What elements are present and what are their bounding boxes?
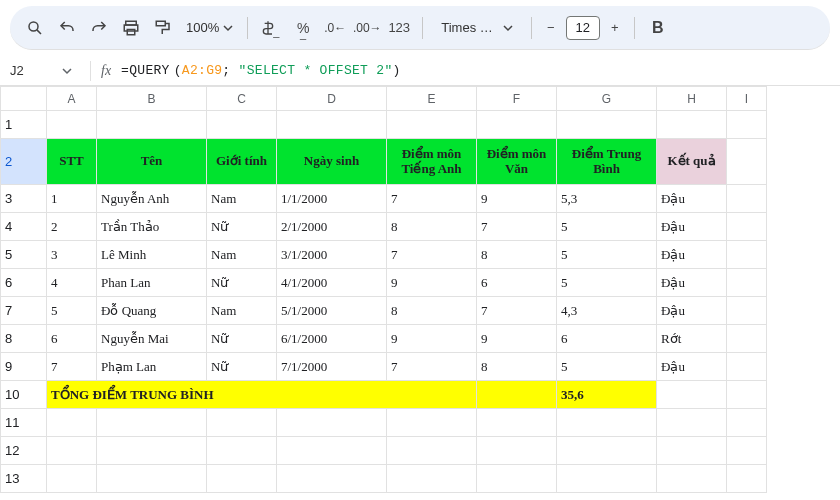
cell[interactable]: [657, 381, 727, 409]
column-header[interactable]: E: [387, 87, 477, 111]
print-button[interactable]: [116, 13, 146, 43]
cell[interactable]: [277, 437, 387, 465]
cell[interactable]: Nữ: [207, 213, 277, 241]
cell[interactable]: Nữ: [207, 325, 277, 353]
percent-button[interactable]: %_: [288, 13, 318, 43]
increase-decimal-button[interactable]: .00→: [352, 13, 382, 43]
zoom-dropdown[interactable]: 100%: [180, 20, 239, 35]
cell[interactable]: [477, 111, 557, 139]
cell[interactable]: 9: [477, 325, 557, 353]
cell[interactable]: [387, 111, 477, 139]
cell[interactable]: Trần Thảo: [97, 213, 207, 241]
cell[interactable]: 5: [557, 269, 657, 297]
cell[interactable]: 7/1/2000: [277, 353, 387, 381]
cell[interactable]: 7: [477, 297, 557, 325]
search-icon[interactable]: [20, 13, 50, 43]
cell[interactable]: Đậu: [657, 241, 727, 269]
cell[interactable]: [657, 437, 727, 465]
cell[interactable]: [387, 409, 477, 437]
column-header[interactable]: F: [477, 87, 557, 111]
cell[interactable]: Lê Minh: [97, 241, 207, 269]
redo-button[interactable]: [84, 13, 114, 43]
row-header[interactable]: 6: [1, 269, 47, 297]
cell[interactable]: [727, 111, 767, 139]
cell[interactable]: [277, 465, 387, 493]
name-box[interactable]: J2: [10, 63, 80, 78]
spreadsheet-grid[interactable]: ABCDEFGHI12STTTênGiới tínhNgày sinhĐiểm …: [0, 86, 840, 493]
row-header[interactable]: 7: [1, 297, 47, 325]
formula-input[interactable]: =QUERY(A2:G9; "SELECT * OFFSET 2"): [121, 63, 401, 78]
cell[interactable]: 5,3: [557, 185, 657, 213]
row-header[interactable]: 10: [1, 381, 47, 409]
cell[interactable]: 4/1/2000: [277, 269, 387, 297]
row-header[interactable]: 4: [1, 213, 47, 241]
cell[interactable]: [727, 381, 767, 409]
cell[interactable]: 7: [387, 185, 477, 213]
cell[interactable]: [727, 297, 767, 325]
cell[interactable]: [97, 465, 207, 493]
cell[interactable]: 5: [557, 241, 657, 269]
bold-button[interactable]: B: [643, 13, 673, 43]
cell[interactable]: [207, 465, 277, 493]
font-size-input[interactable]: 12: [566, 16, 600, 40]
cell[interactable]: [657, 409, 727, 437]
cell[interactable]: [207, 437, 277, 465]
cell[interactable]: Nguyễn Mai: [97, 325, 207, 353]
cell[interactable]: [97, 437, 207, 465]
cell[interactable]: [727, 139, 767, 185]
cell[interactable]: [727, 437, 767, 465]
cell[interactable]: 3: [47, 241, 97, 269]
cell[interactable]: 7: [387, 353, 477, 381]
row-header[interactable]: 1: [1, 111, 47, 139]
cell[interactable]: [47, 111, 97, 139]
cell[interactable]: Nam: [207, 241, 277, 269]
column-header[interactable]: A: [47, 87, 97, 111]
cell[interactable]: 8: [387, 213, 477, 241]
cell[interactable]: [727, 353, 767, 381]
cell[interactable]: [657, 111, 727, 139]
cell[interactable]: 9: [477, 185, 557, 213]
cell[interactable]: 7: [477, 213, 557, 241]
cell[interactable]: 6: [477, 269, 557, 297]
cell[interactable]: Nam: [207, 297, 277, 325]
cell[interactable]: 6: [47, 325, 97, 353]
cell[interactable]: Kết quả: [657, 139, 727, 185]
cell[interactable]: 9: [387, 325, 477, 353]
cell[interactable]: Nữ: [207, 269, 277, 297]
cell[interactable]: Nguyễn Anh: [97, 185, 207, 213]
cell[interactable]: 6: [557, 325, 657, 353]
cell[interactable]: [477, 465, 557, 493]
cell[interactable]: Giới tính: [207, 139, 277, 185]
column-header[interactable]: B: [97, 87, 207, 111]
cell[interactable]: [97, 409, 207, 437]
cell[interactable]: 1/1/2000: [277, 185, 387, 213]
select-all-corner[interactable]: [1, 87, 47, 111]
cell[interactable]: Nữ: [207, 353, 277, 381]
decrease-font-button[interactable]: −: [540, 13, 562, 43]
undo-button[interactable]: [52, 13, 82, 43]
cell[interactable]: 6/1/2000: [277, 325, 387, 353]
cell[interactable]: [387, 465, 477, 493]
cell[interactable]: [477, 381, 557, 409]
cell[interactable]: Phạm Lan: [97, 353, 207, 381]
cell[interactable]: [727, 269, 767, 297]
cell[interactable]: 7: [387, 241, 477, 269]
row-header[interactable]: 5: [1, 241, 47, 269]
cell[interactable]: 8: [477, 241, 557, 269]
cell[interactable]: 9: [387, 269, 477, 297]
row-header[interactable]: 9: [1, 353, 47, 381]
cell[interactable]: [207, 409, 277, 437]
cell[interactable]: Điểm môn Tiếng Anh: [387, 139, 477, 185]
column-header[interactable]: D: [277, 87, 387, 111]
cell[interactable]: Đậu: [657, 297, 727, 325]
row-header[interactable]: 3: [1, 185, 47, 213]
font-family-dropdown[interactable]: Times …: [431, 20, 523, 35]
cell[interactable]: [277, 409, 387, 437]
cell[interactable]: 5: [557, 213, 657, 241]
row-header[interactable]: 2: [1, 139, 47, 185]
cell[interactable]: [477, 437, 557, 465]
cell[interactable]: [557, 111, 657, 139]
row-header[interactable]: 11: [1, 409, 47, 437]
cell[interactable]: Đậu: [657, 185, 727, 213]
currency-button[interactable]: _: [256, 13, 286, 43]
